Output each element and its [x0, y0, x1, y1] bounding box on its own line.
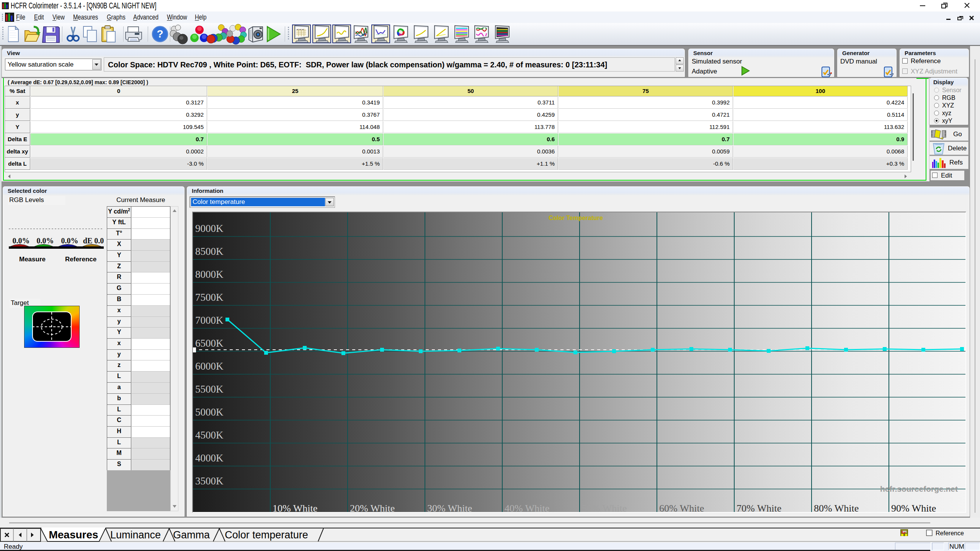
svg-text:30% White: 30% White	[427, 503, 472, 512]
svg-text:6500K: 6500K	[195, 337, 224, 349]
svg-text:0.0%: 0.0%	[37, 236, 54, 245]
svg-text:Measures: Measures	[49, 529, 98, 541]
svg-text:7500K: 7500K	[195, 292, 224, 303]
svg-text:5500K: 5500K	[195, 383, 224, 395]
svg-text:20% White: 20% White	[350, 503, 395, 512]
svg-text:5000K: 5000K	[195, 406, 224, 418]
svg-text:Reference: Reference	[936, 530, 964, 536]
svg-text:Color Temperature: Color Temperature	[549, 215, 603, 221]
svg-text:4000K: 4000K	[195, 452, 224, 464]
svg-text:8500K: 8500K	[195, 246, 224, 257]
svg-text:Luminance: Luminance	[110, 529, 161, 541]
svg-text:7000K: 7000K	[195, 315, 224, 326]
svg-text:hcfr.sourceforge.net: hcfr.sourceforge.net	[880, 484, 958, 493]
svg-text:0.0%: 0.0%	[13, 236, 30, 245]
svg-text:90% White: 90% White	[891, 503, 936, 512]
svg-text:8000K: 8000K	[195, 269, 224, 280]
svg-text:Gamma: Gamma	[173, 529, 210, 541]
svg-text:0.0%: 0.0%	[61, 236, 78, 245]
svg-text:40% White: 40% White	[505, 503, 549, 512]
svg-text:4500K: 4500K	[195, 429, 224, 441]
svg-text:dE 0.0: dE 0.0	[83, 236, 104, 245]
svg-text:10% White: 10% White	[273, 503, 317, 512]
svg-text:3500K: 3500K	[195, 475, 224, 487]
svg-text:80% White: 80% White	[814, 503, 859, 512]
svg-text:70% White: 70% White	[737, 503, 781, 512]
svg-text:Color temperature: Color temperature	[225, 529, 308, 541]
svg-text:50% White: 50% White	[582, 503, 627, 512]
svg-text:60% White: 60% White	[659, 503, 704, 512]
svg-text:9000K: 9000K	[195, 223, 224, 234]
svg-text:6000K: 6000K	[195, 360, 224, 372]
svg-text:?: ?	[157, 28, 163, 40]
